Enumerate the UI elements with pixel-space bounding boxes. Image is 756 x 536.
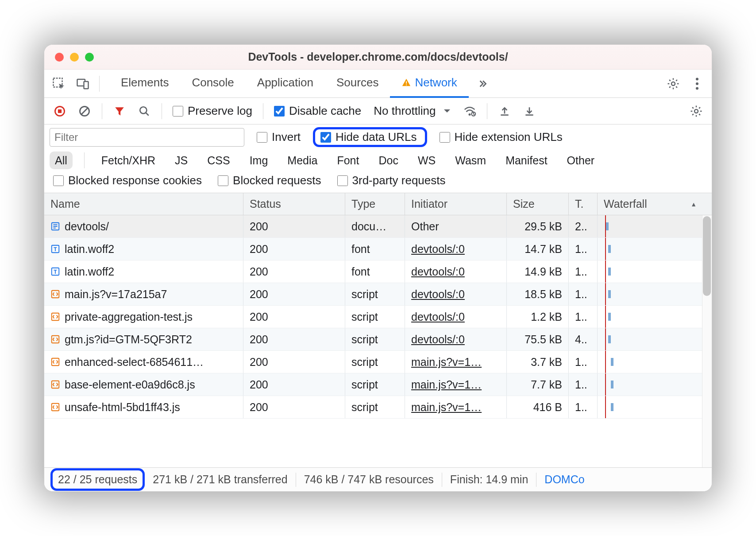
hide-data-urls-checkbox[interactable]: Hide data URLs [317, 130, 420, 144]
maximize-window-button[interactable] [85, 53, 94, 62]
disable-cache-checkbox[interactable]: Disable cache [270, 104, 365, 118]
type-cell: script [345, 373, 405, 396]
type-filter-js[interactable]: JS [170, 151, 193, 169]
initiator-link[interactable]: devtools/:0 [411, 288, 465, 301]
resource-type-filter: AllFetch/XHRJSCSSImgMediaFontDocWSWasmMa… [50, 151, 706, 169]
type-cell: font [345, 238, 405, 260]
table-row[interactable]: gtm.js?id=GTM-5QF3RT2200scriptdevtools/:… [44, 328, 712, 351]
record-button[interactable] [50, 101, 70, 121]
size-cell: 18.5 kB [507, 283, 569, 305]
upload-har-icon[interactable] [494, 101, 515, 121]
blocked-response-cookies-checkbox[interactable]: Blocked response cookies [50, 174, 205, 187]
table-row[interactable]: Tlatin.woff2200fontdevtools/:014.7 kB1.. [44, 238, 712, 260]
network-settings-icon[interactable] [686, 101, 706, 121]
status-cell: 200 [243, 396, 345, 418]
type-filter-ws[interactable]: WS [413, 151, 441, 169]
type-filter-other[interactable]: Other [562, 151, 600, 169]
type-cell: docu… [345, 215, 405, 237]
initiator-cell: main.js?v=1… [405, 373, 507, 396]
tab-label: Elements [121, 76, 169, 89]
table-row[interactable]: devtools/200docu…Other29.5 kB2.. [44, 215, 712, 238]
hide-data-urls-label: Hide data URLs [336, 130, 417, 144]
initiator-link[interactable]: main.js?v=1… [411, 356, 482, 369]
tab-sources[interactable]: Sources [325, 70, 390, 98]
scrollbar-thumb[interactable] [703, 216, 711, 296]
resources: 746 kB / 747 kB resources [296, 473, 442, 486]
throttling-select[interactable]: No throttling [369, 104, 455, 118]
settings-icon[interactable] [663, 74, 683, 94]
third-party-requests-checkbox[interactable]: 3rd-party requests [334, 174, 449, 187]
initiator-cell: devtools/:0 [405, 260, 507, 283]
table-row[interactable]: Tlatin.woff2200fontdevtools/:014.9 kB1.. [44, 260, 712, 283]
initiator-cell: main.js?v=1… [405, 351, 507, 373]
close-window-button[interactable] [55, 53, 64, 62]
status-cell: 200 [243, 351, 345, 373]
type-filter-wasm[interactable]: Wasm [450, 151, 491, 169]
waterfall-cell [598, 351, 712, 373]
column-header-waterfall[interactable]: Waterfall▲ [598, 193, 712, 215]
type-filter-img[interactable]: Img [244, 151, 274, 169]
table-row[interactable]: private-aggregation-test.js200scriptdevt… [44, 306, 712, 328]
search-icon[interactable] [134, 101, 154, 121]
disable-cache-label: Disable cache [289, 104, 361, 118]
status-cell: 200 [243, 328, 345, 350]
hide-extension-urls-checkbox[interactable]: Hide extension URLs [436, 130, 566, 144]
time-cell: 1.. [569, 373, 598, 396]
inspect-element-icon[interactable] [49, 74, 69, 94]
column-header-t[interactable]: T. [569, 193, 598, 215]
download-har-icon[interactable] [519, 101, 540, 121]
type-filter-media[interactable]: Media [282, 151, 323, 169]
size-cell: 3.7 kB [507, 351, 569, 373]
status-cell: 200 [243, 283, 345, 305]
type-filter-doc[interactable]: Doc [373, 151, 403, 169]
table-row[interactable]: main.js?v=17a215a7200scriptdevtools/:018… [44, 283, 712, 306]
status-cell: 200 [243, 306, 345, 328]
initiator-link[interactable]: devtools/:0 [411, 265, 465, 278]
table-row[interactable]: base-element-e0a9d6c8.js200scriptmain.js… [44, 373, 712, 396]
label: Blocked response cookies [68, 174, 202, 187]
kebab-menu-icon[interactable] [687, 74, 707, 94]
table-row[interactable]: enhanced-select-6854611…200scriptmain.js… [44, 351, 712, 373]
filter-input[interactable] [50, 128, 244, 147]
initiator-link[interactable]: devtools/:0 [411, 333, 465, 346]
type-filter-font[interactable]: Font [332, 151, 364, 169]
blocked-requests-checkbox[interactable]: Blocked requests [214, 174, 324, 187]
column-header-type[interactable]: Type [345, 193, 405, 215]
device-toolbar-icon[interactable] [73, 74, 93, 94]
initiator-link[interactable]: devtools/:0 [411, 243, 465, 256]
type-filter-fetchxhr[interactable]: Fetch/XHR [96, 151, 161, 169]
preserve-log-checkbox[interactable]: Preserve log [169, 104, 256, 118]
tab-elements[interactable]: Elements [109, 70, 180, 98]
more-tabs-button[interactable] [472, 74, 493, 94]
minimize-window-button[interactable] [70, 53, 79, 62]
network-conditions-icon[interactable] [459, 101, 480, 121]
type-filter-all[interactable]: All [50, 151, 73, 169]
initiator-link[interactable]: main.js?v=1… [411, 378, 482, 391]
type-filter-manifest[interactable]: Manifest [500, 151, 552, 169]
table-header: NameStatusTypeInitiatorSizeT.Waterfall▲ [44, 193, 712, 215]
request-name: gtm.js?id=GTM-5QF3RT2 [65, 333, 192, 346]
tab-label: Network [415, 76, 457, 89]
tab-network[interactable]: Network [390, 70, 468, 98]
type-filter-css[interactable]: CSS [202, 151, 235, 169]
network-toolbar: Preserve log Disable cache No throttling [44, 98, 712, 124]
clear-button[interactable] [74, 101, 95, 121]
invert-checkbox[interactable]: Invert [253, 130, 304, 144]
tab-console[interactable]: Console [180, 70, 245, 98]
column-header-size[interactable]: Size [507, 193, 569, 215]
window-controls [55, 53, 94, 62]
initiator-cell: Other [405, 215, 507, 237]
column-header-initiator[interactable]: Initiator [405, 193, 507, 215]
scrollbar[interactable] [702, 215, 712, 467]
tab-application[interactable]: Application [246, 70, 325, 98]
time-cell: 1.. [569, 260, 598, 283]
filter-toggle-icon[interactable] [109, 101, 130, 121]
initiator-link[interactable]: main.js?v=1… [411, 401, 482, 414]
column-header-status[interactable]: Status [243, 193, 345, 215]
column-header-name[interactable]: Name [44, 193, 243, 215]
table-row[interactable]: unsafe-html-5bd1ff43.js200scriptmain.js?… [44, 396, 712, 419]
initiator-link[interactable]: devtools/:0 [411, 311, 465, 323]
type-cell: script [345, 306, 405, 328]
devtools-window: DevTools - developer.chrome.com/docs/dev… [44, 44, 712, 492]
request-name: private-aggregation-test.js [65, 311, 193, 323]
